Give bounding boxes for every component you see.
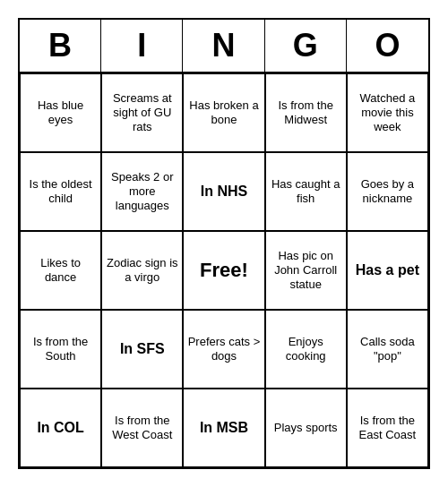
bingo-cell-3[interactable]: Is from the Midwest xyxy=(265,73,347,152)
bingo-cell-18[interactable]: Enjoys cooking xyxy=(265,310,347,389)
bingo-cell-16[interactable]: In SFS xyxy=(101,310,183,389)
bingo-cell-11[interactable]: Zodiac sign is a virgo xyxy=(101,231,183,310)
bingo-cell-4[interactable]: Watched a movie this week xyxy=(347,73,428,152)
bingo-cell-13[interactable]: Has pic on John Carroll statue xyxy=(265,231,347,310)
bingo-cell-12[interactable]: Free! xyxy=(183,231,264,310)
bingo-grid: Has blue eyesScreams at sight of GU rats… xyxy=(20,73,428,467)
bingo-cell-17[interactable]: Prefers cats > dogs xyxy=(183,310,264,389)
bingo-cell-2[interactable]: Has broken a bone xyxy=(183,73,264,152)
header-letter-i: I xyxy=(101,20,183,72)
bingo-cell-10[interactable]: Likes to dance xyxy=(20,231,101,310)
bingo-cell-7[interactable]: In NHS xyxy=(183,152,264,231)
bingo-cell-20[interactable]: In COL xyxy=(20,389,101,467)
bingo-cell-23[interactable]: Plays sports xyxy=(265,389,347,467)
bingo-cell-0[interactable]: Has blue eyes xyxy=(20,73,101,152)
header-letter-o: O xyxy=(347,20,428,72)
header-letter-b: B xyxy=(20,20,101,72)
header-letter-n: N xyxy=(183,20,264,72)
bingo-header: BINGO xyxy=(20,20,428,73)
bingo-cell-6[interactable]: Speaks 2 or more languages xyxy=(101,152,183,231)
bingo-cell-1[interactable]: Screams at sight of GU rats xyxy=(101,73,183,152)
bingo-cell-24[interactable]: Is from the East Coast xyxy=(347,389,428,467)
bingo-cell-14[interactable]: Has a pet xyxy=(347,231,428,310)
bingo-cell-9[interactable]: Goes by a nickname xyxy=(347,152,428,231)
bingo-card: BINGO Has blue eyesScreams at sight of G… xyxy=(18,18,430,469)
bingo-cell-19[interactable]: Calls soda "pop" xyxy=(347,310,428,389)
bingo-cell-15[interactable]: Is from the South xyxy=(20,310,101,389)
bingo-cell-21[interactable]: Is from the West Coast xyxy=(101,389,183,467)
header-letter-g: G xyxy=(265,20,347,72)
bingo-cell-5[interactable]: Is the oldest child xyxy=(20,152,101,231)
bingo-cell-22[interactable]: In MSB xyxy=(183,389,264,467)
bingo-cell-8[interactable]: Has caught a fish xyxy=(265,152,347,231)
